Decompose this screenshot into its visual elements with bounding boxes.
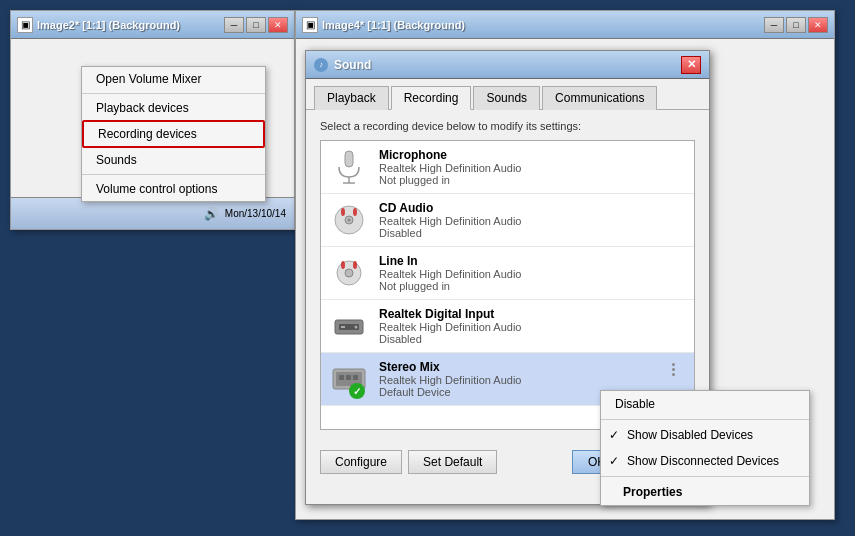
device-info-digital-input: Realtek Digital Input Realtek High Defin… bbox=[379, 307, 686, 345]
device-info-cd-audio: CD Audio Realtek High Definition Audio D… bbox=[379, 201, 686, 239]
popup-divider-2 bbox=[601, 476, 809, 477]
menu-item-playback-devices[interactable]: Playback devices bbox=[82, 96, 265, 120]
menu-item-sounds[interactable]: Sounds bbox=[82, 148, 265, 172]
popup-item-disable[interactable]: Disable bbox=[601, 391, 809, 417]
device-status-microphone: Not plugged in bbox=[379, 174, 686, 186]
cd-audio-icon bbox=[329, 200, 369, 240]
w2-minimize-button[interactable]: ─ bbox=[764, 17, 784, 33]
window2-controls: ─ □ ✕ bbox=[764, 17, 828, 33]
tabs-bar: Playback Recording Sounds Communications bbox=[306, 79, 709, 110]
dialog-instruction: Select a recording device below to modif… bbox=[320, 120, 695, 132]
set-default-button[interactable]: Set Default bbox=[408, 450, 497, 474]
show-disconnected-check: ✓ bbox=[609, 454, 623, 468]
w2-maximize-button[interactable]: □ bbox=[786, 17, 806, 33]
popup-item-properties[interactable]: Properties bbox=[601, 479, 809, 505]
svg-rect-18 bbox=[339, 375, 344, 380]
window2-title: Image4* [1:1] (Background) bbox=[322, 19, 764, 31]
device-name-stereo-mix: Stereo Mix bbox=[379, 360, 668, 374]
context-popup-menu: Disable ✓ Show Disabled Devices ✓ Show D… bbox=[600, 390, 810, 506]
tab-communications[interactable]: Communications bbox=[542, 86, 657, 110]
default-device-check: ✓ bbox=[349, 383, 365, 399]
device-driver-line-in: Realtek High Definition Audio bbox=[379, 268, 686, 280]
device-driver-stereo-mix: Realtek High Definition Audio bbox=[379, 374, 668, 386]
digital-input-icon bbox=[329, 306, 369, 346]
svg-point-11 bbox=[353, 261, 357, 269]
stereo-mix-icon: ✓ bbox=[329, 359, 369, 399]
window1-icon: ▣ bbox=[17, 17, 33, 33]
configure-button[interactable]: Configure bbox=[320, 450, 402, 474]
window1-title: Image2* [1:1] (Background) bbox=[37, 19, 224, 31]
window1-titlebar: ▣ Image2* [1:1] (Background) ─ □ ✕ bbox=[11, 11, 294, 39]
dialog-title: Sound bbox=[334, 58, 681, 72]
maximize-button[interactable]: □ bbox=[246, 17, 266, 33]
left-buttons: Configure Set Default bbox=[320, 450, 497, 474]
device-driver-microphone: Realtek High Definition Audio bbox=[379, 162, 686, 174]
device-name-line-in: Line In bbox=[379, 254, 686, 268]
menu-divider-1 bbox=[82, 93, 265, 94]
dialog-close-button[interactable]: ✕ bbox=[681, 56, 701, 74]
volume-icon[interactable]: 🔊 bbox=[203, 205, 221, 223]
window2-titlebar: ▣ Image4* [1:1] (Background) ─ □ ✕ bbox=[296, 11, 834, 39]
device-item-cd-audio[interactable]: CD Audio Realtek High Definition Audio D… bbox=[321, 194, 694, 247]
svg-point-5 bbox=[348, 219, 351, 222]
w2-close-button[interactable]: ✕ bbox=[808, 17, 828, 33]
svg-rect-14 bbox=[341, 326, 345, 328]
menu-divider-2 bbox=[82, 174, 265, 175]
svg-point-6 bbox=[341, 208, 345, 216]
microphone-icon bbox=[329, 147, 369, 187]
device-item-microphone[interactable]: Microphone Realtek High Definition Audio… bbox=[321, 141, 694, 194]
context-menu: Open Volume Mixer Playback devices Recor… bbox=[81, 66, 266, 202]
device-name-digital-input: Realtek Digital Input bbox=[379, 307, 686, 321]
svg-rect-20 bbox=[353, 375, 358, 380]
window2-icon: ▣ bbox=[302, 17, 318, 33]
tab-recording[interactable]: Recording bbox=[391, 86, 472, 110]
device-item-line-in[interactable]: Line In Realtek High Definition Audio No… bbox=[321, 247, 694, 300]
device-name-cd-audio: CD Audio bbox=[379, 201, 686, 215]
device-status-digital-input: Disabled bbox=[379, 333, 686, 345]
close-button[interactable]: ✕ bbox=[268, 17, 288, 33]
device-list[interactable]: Microphone Realtek High Definition Audio… bbox=[320, 140, 695, 430]
device-item-digital-input[interactable]: Realtek Digital Input Realtek High Defin… bbox=[321, 300, 694, 353]
device-name-microphone: Microphone bbox=[379, 148, 686, 162]
tab-sounds[interactable]: Sounds bbox=[473, 86, 540, 110]
window1: ▣ Image2* [1:1] (Background) ─ □ ✕ Open … bbox=[10, 10, 295, 230]
device-status-line-in: Not plugged in bbox=[379, 280, 686, 292]
menu-item-volume-control[interactable]: Volume control options bbox=[82, 177, 265, 201]
taskbar-clock: Mon/13/10/14 bbox=[225, 208, 286, 219]
dialog-titlebar: ♪ Sound ✕ bbox=[306, 51, 709, 79]
minimize-button[interactable]: ─ bbox=[224, 17, 244, 33]
device-info-line-in: Line In Realtek High Definition Audio No… bbox=[379, 254, 686, 292]
svg-point-15 bbox=[355, 326, 358, 329]
svg-rect-0 bbox=[345, 151, 353, 167]
popup-item-show-disconnected[interactable]: ✓ Show Disconnected Devices bbox=[601, 448, 809, 474]
device-driver-cd-audio: Realtek High Definition Audio bbox=[379, 215, 686, 227]
svg-point-7 bbox=[353, 208, 357, 216]
sound-dialog-icon: ♪ bbox=[314, 58, 328, 72]
popup-divider-1 bbox=[601, 419, 809, 420]
tab-playback[interactable]: Playback bbox=[314, 86, 389, 110]
svg-rect-19 bbox=[346, 375, 351, 380]
device-context-menu-icon[interactable] bbox=[672, 363, 686, 377]
svg-point-10 bbox=[341, 261, 345, 269]
show-disabled-check: ✓ bbox=[609, 428, 623, 442]
device-driver-digital-input: Realtek High Definition Audio bbox=[379, 321, 686, 333]
window1-controls: ─ □ ✕ bbox=[224, 17, 288, 33]
device-info-microphone: Microphone Realtek High Definition Audio… bbox=[379, 148, 686, 186]
line-in-icon bbox=[329, 253, 369, 293]
menu-item-open-volume-mixer[interactable]: Open Volume Mixer bbox=[82, 67, 265, 91]
svg-point-9 bbox=[345, 269, 353, 277]
menu-item-recording-devices[interactable]: Recording devices bbox=[82, 120, 265, 148]
popup-item-show-disabled[interactable]: ✓ Show Disabled Devices bbox=[601, 422, 809, 448]
device-status-cd-audio: Disabled bbox=[379, 227, 686, 239]
